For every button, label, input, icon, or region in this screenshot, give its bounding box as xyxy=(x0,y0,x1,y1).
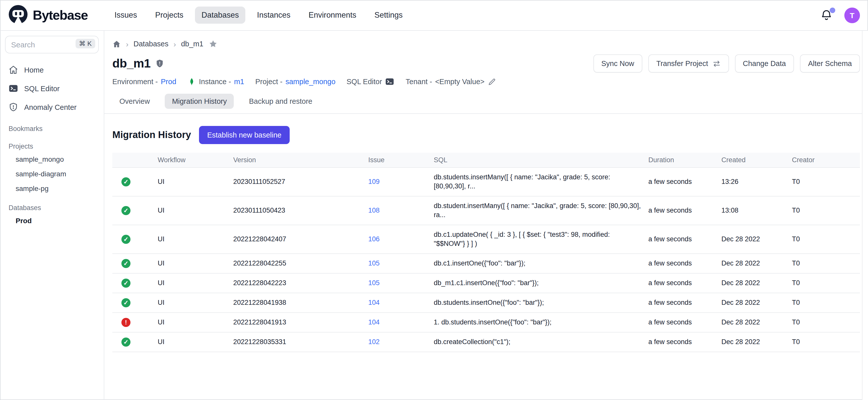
alter-schema-button[interactable]: Alter Schema xyxy=(800,54,860,72)
nav-item-environments[interactable]: Environments xyxy=(302,6,363,24)
table-row[interactable]: ✓ UI 20221228042407 106 db.c1.updateOne(… xyxy=(112,225,860,254)
sidebar-section-bookmarks: Bookmarks xyxy=(0,123,104,134)
issue-link[interactable]: 106 xyxy=(368,235,380,243)
breadcrumb-separator: › xyxy=(174,39,176,48)
bytebase-logo[interactable]: Bytebase xyxy=(8,4,88,26)
app-window: Bytebase Issues Projects Databases Insta… xyxy=(0,0,868,400)
created-cell: Dec 28 2022 xyxy=(721,332,792,352)
issue-link[interactable]: 105 xyxy=(368,279,380,287)
creator-cell: T0 xyxy=(792,254,860,273)
page-scrollbar[interactable] xyxy=(862,31,868,400)
sync-now-button[interactable]: Sync Now xyxy=(593,54,642,72)
issue-link[interactable]: 105 xyxy=(368,259,380,267)
table-row[interactable]: ✓ UI 20230111050423 108 db.student.inser… xyxy=(112,196,860,225)
edit-pencil-icon[interactable] xyxy=(488,77,496,86)
notification-dot xyxy=(830,7,835,13)
notifications-button[interactable] xyxy=(820,9,833,22)
protected-shield-icon xyxy=(155,59,164,68)
environment-label: Environment - xyxy=(112,78,158,86)
table-row[interactable]: ✓ UI 20221228042223 105 db_m1.c1.insertO… xyxy=(112,273,860,293)
nav-item-settings[interactable]: Settings xyxy=(368,6,409,24)
sql-cell: db_m1.c1.insertOne({"foo": "bar"}); xyxy=(434,273,648,293)
status-error-icon: ! xyxy=(121,318,130,327)
issue-link[interactable]: 108 xyxy=(368,207,380,214)
tab-overview[interactable]: Overview xyxy=(112,94,157,109)
breadcrumb-item-db-m1[interactable]: db_m1 xyxy=(181,40,204,48)
establish-new-baseline-button[interactable]: Establish new baseline xyxy=(199,126,289,144)
column-header-version: Version xyxy=(233,153,368,167)
page-actions: Sync Now Transfer Project Change Data Al… xyxy=(593,54,860,72)
column-header-creator: Creator xyxy=(792,153,860,167)
sidebar-item-label: Anomaly Center xyxy=(24,103,76,111)
sql-editor-icon xyxy=(8,84,18,93)
status-success-icon: ✓ xyxy=(121,298,130,307)
main-content: › Databases › db_m1 db_m1 Sync Now xyxy=(104,31,868,400)
sidebar-database-prod[interactable]: Prod xyxy=(0,213,104,228)
environment-link[interactable]: Prod xyxy=(161,78,176,86)
sidebar-project-sample-pg[interactable]: sample-pg xyxy=(0,181,104,195)
table-row[interactable]: ✓ UI 20221228042255 105 db.c1.insertOne(… xyxy=(112,254,860,273)
nav-item-instances[interactable]: Instances xyxy=(250,6,297,24)
issue-link[interactable]: 109 xyxy=(368,178,380,185)
table-row[interactable]: ✓ UI 20221228035331 102 db.createCollect… xyxy=(112,332,860,352)
issue-link[interactable]: 104 xyxy=(368,318,380,326)
table-row[interactable]: ! UI 20221228041913 104 1. db.students.i… xyxy=(112,313,860,332)
tab-backup-and-restore[interactable]: Backup and restore xyxy=(242,94,319,109)
sidebar-item-home[interactable]: Home xyxy=(0,60,104,79)
mongodb-leaf-icon xyxy=(187,77,196,86)
tenant-value: <Empty Value> xyxy=(435,78,485,86)
issue-link[interactable]: 104 xyxy=(368,299,380,306)
nav-item-issues[interactable]: Issues xyxy=(108,6,144,24)
project-link[interactable]: sample_mongo xyxy=(285,78,335,86)
sidebar-project-sample-diagram[interactable]: sample-diagram xyxy=(0,166,104,181)
status-success-icon: ✓ xyxy=(121,235,130,244)
tabs-divider xyxy=(104,113,868,114)
tab-migration-history[interactable]: Migration History xyxy=(165,94,234,109)
created-cell: 13:26 xyxy=(721,167,792,196)
avatar[interactable]: T xyxy=(844,7,860,23)
creator-cell: T0 xyxy=(792,332,860,352)
status-success-icon: ✓ xyxy=(121,206,130,215)
database-meta-row: Environment - Prod Instance - m1 Project… xyxy=(112,77,860,86)
transfer-project-label: Transfer Project xyxy=(656,59,708,67)
instance-link[interactable]: m1 xyxy=(234,78,244,86)
shield-alert-icon xyxy=(8,102,18,112)
column-header-duration: Duration xyxy=(648,153,721,167)
sidebar-item-label: SQL Editor xyxy=(24,84,60,92)
top-navigation-bar: Bytebase Issues Projects Databases Insta… xyxy=(0,0,868,31)
created-cell: Dec 28 2022 xyxy=(721,273,792,293)
duration-cell: a few seconds xyxy=(648,196,721,225)
sql-cell: db.c1.insertOne({"foo": "bar"}); xyxy=(434,254,648,273)
issue-link[interactable]: 102 xyxy=(368,338,380,346)
column-header-workflow: Workflow xyxy=(158,153,233,167)
nav-item-databases[interactable]: Databases xyxy=(195,6,245,24)
table-row[interactable]: ✓ UI 20230111052527 109 db.students.inse… xyxy=(112,167,860,196)
created-cell: Dec 28 2022 xyxy=(721,225,792,254)
sidebar-project-sample-mongo[interactable]: sample_mongo xyxy=(0,152,104,166)
sidebar-section-projects: Projects xyxy=(0,141,104,152)
breadcrumb: › Databases › db_m1 xyxy=(112,39,860,49)
sql-cell: db.createCollection("c1"); xyxy=(434,332,648,352)
workflow-cell: UI xyxy=(158,313,233,332)
sidebar: ⌘ K Home SQL Editor xyxy=(0,31,104,400)
breadcrumb-home-icon[interactable] xyxy=(112,39,121,48)
table-row[interactable]: ✓ UI 20221228041938 104 db.students.inse… xyxy=(112,293,860,313)
sql-editor-shortcut[interactable]: SQL Editor xyxy=(347,77,395,86)
sidebar-item-sql-editor[interactable]: SQL Editor xyxy=(0,79,104,98)
breadcrumb-item-databases[interactable]: Databases xyxy=(133,40,168,48)
page-title: db_m1 xyxy=(112,56,151,70)
search-shortcut-badge: ⌘ K xyxy=(75,39,95,49)
sidebar-item-anomaly-center[interactable]: Anomaly Center xyxy=(0,98,104,116)
bookmark-star-icon[interactable] xyxy=(208,39,217,49)
tenant-label: Tenant - xyxy=(406,78,432,86)
change-data-button[interactable]: Change Data xyxy=(735,54,794,72)
transfer-project-button[interactable]: Transfer Project xyxy=(648,54,729,72)
creator-cell: T0 xyxy=(792,273,860,293)
sql-cell: 1. db.students.insertOne({"foo": "bar"})… xyxy=(434,313,648,332)
sidebar-section-databases: Databases xyxy=(0,202,104,213)
workflow-cell: UI xyxy=(158,225,233,254)
duration-cell: a few seconds xyxy=(648,332,721,352)
duration-cell: a few seconds xyxy=(648,254,721,273)
nav-item-projects[interactable]: Projects xyxy=(149,6,190,24)
creator-cell: T0 xyxy=(792,225,860,254)
